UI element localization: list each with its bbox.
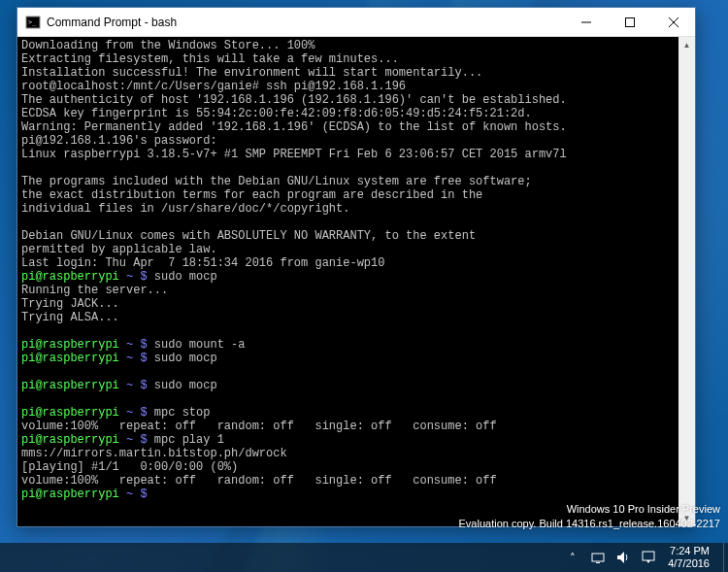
show-desktop-button[interactable] [723, 543, 728, 572]
scrollbar[interactable]: ▲ ▼ [678, 37, 695, 526]
app-icon: >_ [25, 15, 41, 30]
clock[interactable]: 7:24 PM 4/7/2016 [666, 545, 715, 570]
terminal-area[interactable]: Downloading from the Windows Store... 10… [17, 37, 695, 526]
minimize-button[interactable] [564, 8, 608, 36]
volume-icon[interactable] [615, 550, 631, 565]
svg-rect-9 [643, 552, 654, 560]
svg-rect-3 [625, 17, 634, 26]
system-tray: ˄ 7:24 PM 4/7/2016 [557, 543, 723, 572]
svg-rect-6 [592, 554, 604, 561]
clock-date: 4/7/2016 [668, 557, 710, 570]
terminal-output: Downloading from the Windows Store... 10… [21, 39, 695, 501]
tray-overflow-chevron-icon[interactable]: ˄ [565, 550, 580, 565]
network-icon[interactable] [590, 550, 606, 565]
action-center-icon[interactable] [641, 550, 656, 565]
close-button[interactable] [651, 8, 695, 36]
watermark-line1: Windows 10 Pro Insider Preview [459, 502, 721, 517]
command-prompt-window: >_ Command Prompt - bash Downloading fro… [17, 7, 696, 527]
clock-time: 7:24 PM [668, 545, 710, 557]
svg-marker-10 [646, 560, 650, 563]
window-title: Command Prompt - bash [47, 16, 564, 29]
svg-marker-8 [617, 552, 624, 563]
titlebar[interactable]: >_ Command Prompt - bash [17, 8, 695, 37]
scroll-track[interactable] [678, 53, 695, 510]
scroll-up-button[interactable]: ▲ [678, 37, 695, 53]
watermark: Windows 10 Pro Insider Preview Evaluatio… [459, 502, 721, 531]
svg-rect-7 [596, 562, 600, 563]
watermark-line2: Evaluation copy. Build 14316.rs1_release… [459, 517, 721, 531]
maximize-button[interactable] [608, 8, 651, 36]
taskbar[interactable]: ˄ 7:24 PM 4/7/2016 [0, 543, 728, 572]
svg-text:>_: >_ [28, 18, 37, 26]
